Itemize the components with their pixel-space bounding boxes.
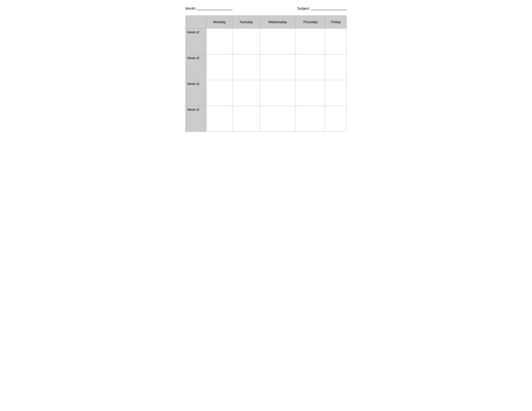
week-label-2: Week of: — [186, 54, 207, 80]
cell-week2-tuesday[interactable] — [232, 54, 260, 80]
cell-week3-friday[interactable] — [325, 80, 346, 106]
week-label-1: Week of: — [186, 28, 207, 54]
header-monday: Monday — [207, 16, 232, 28]
cell-week3-tuesday[interactable] — [232, 80, 260, 106]
subject-underline — [311, 7, 347, 10]
table-row: Week of: — [186, 80, 347, 106]
cell-week1-thursday[interactable] — [295, 28, 325, 54]
month-label: Month: — [185, 6, 196, 11]
cell-week4-monday[interactable] — [207, 106, 232, 132]
header-empty-cell — [186, 16, 207, 28]
subject-label: Subject: — [297, 6, 310, 11]
cell-week2-wednesday[interactable] — [260, 54, 295, 80]
cell-week1-monday[interactable] — [207, 28, 232, 54]
header-wednesday: Wednesday — [260, 16, 295, 28]
cell-week4-friday[interactable] — [325, 106, 346, 132]
page-header: Month: Subject: — [185, 6, 347, 11]
week-label-4: Week of: — [186, 106, 207, 132]
table-row: Week of: — [186, 106, 347, 132]
cell-week2-thursday[interactable] — [295, 54, 325, 80]
header-friday: Friday — [325, 16, 346, 28]
header-thursday: Thursday — [295, 16, 325, 28]
cell-week3-thursday[interactable] — [295, 80, 325, 106]
cell-week2-monday[interactable] — [207, 54, 232, 80]
cell-week4-wednesday[interactable] — [260, 106, 295, 132]
subject-field: Subject: — [297, 6, 347, 11]
cell-week3-wednesday[interactable] — [260, 80, 295, 106]
header-row: Monday Tuesday Wednesday Thursday Friday — [186, 16, 347, 28]
month-underline — [197, 7, 233, 10]
cell-week2-friday[interactable] — [325, 54, 346, 80]
cell-week1-wednesday[interactable] — [260, 28, 295, 54]
cell-week1-tuesday[interactable] — [232, 28, 260, 54]
cell-week3-monday[interactable] — [207, 80, 232, 106]
table-row: Week of: — [186, 54, 347, 80]
week-label-3: Week of: — [186, 80, 207, 106]
month-field: Month: — [185, 6, 233, 11]
header-tuesday: Tuesday — [232, 16, 260, 28]
cell-week4-thursday[interactable] — [295, 106, 325, 132]
cell-week1-friday[interactable] — [325, 28, 346, 54]
table-row: Week of: — [186, 28, 347, 54]
cell-week4-tuesday[interactable] — [232, 106, 260, 132]
weekly-calendar-table: Monday Tuesday Wednesday Thursday Friday… — [185, 16, 347, 132]
